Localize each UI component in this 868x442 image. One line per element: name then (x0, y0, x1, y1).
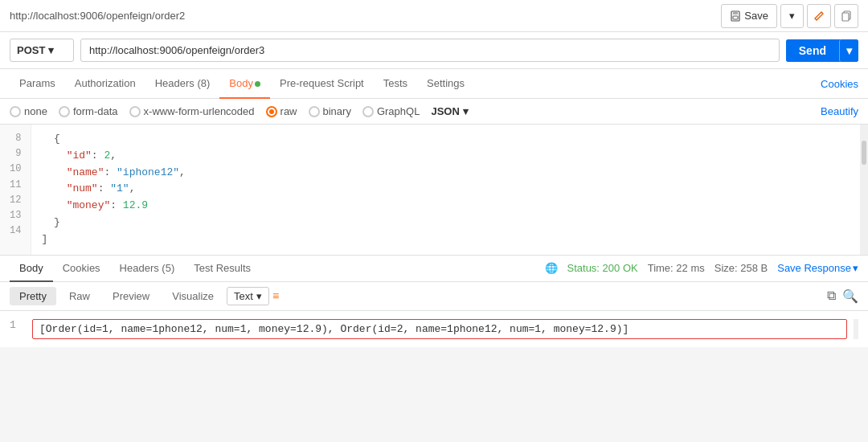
code-line-11: "num": "1", (41, 181, 850, 198)
format-options: Pretty Raw Preview Visualize Text ▾ ≡ (10, 287, 279, 305)
radio-form-data[interactable] (59, 106, 70, 117)
top-bar-actions: Save ▾ (721, 4, 858, 28)
status-time: Time: 22 ms (648, 262, 705, 274)
line-num-13: 13 (6, 208, 24, 223)
text-format-selector[interactable]: Text ▾ (227, 287, 269, 305)
line-num-12: 12 (6, 193, 24, 208)
response-tab-body[interactable]: Body (10, 256, 53, 282)
send-dropdown[interactable]: ▾ (839, 39, 858, 62)
cookies-link[interactable]: Cookies (821, 70, 858, 98)
code-line-8: { (41, 131, 850, 148)
response-tab-test-results[interactable]: Test Results (184, 256, 260, 282)
save-dropdown-button[interactable]: ▾ (780, 4, 804, 28)
radio-none[interactable] (10, 106, 21, 117)
option-raw[interactable]: raw (266, 105, 297, 117)
tab-tests[interactable]: Tests (374, 69, 417, 99)
body-options-bar: none form-data x-www-form-urlencoded raw… (0, 99, 868, 125)
editor-scrollbar[interactable] (860, 125, 868, 255)
url-input[interactable] (80, 39, 780, 62)
copy-icon-button[interactable] (834, 4, 858, 28)
response-tab-headers[interactable]: Headers (5) (110, 256, 185, 282)
response-status-bar: 🌐 Status: 200 OK Time: 22 ms Size: 258 B… (545, 262, 858, 274)
response-format-bar: Pretty Raw Preview Visualize Text ▾ ≡ ⧉ … (0, 282, 868, 311)
globe-icon: 🌐 (545, 262, 558, 274)
response-tabs-list: Body Cookies Headers (5) Test Results (10, 256, 260, 281)
copy-response-icon[interactable]: ⧉ (827, 289, 836, 303)
tab-settings[interactable]: Settings (417, 69, 474, 99)
body-active-dot (255, 81, 260, 87)
tab-headers[interactable]: Headers (8) (145, 69, 220, 99)
response-line-number: 1 (10, 319, 26, 339)
json-format-selector[interactable]: JSON ▾ (431, 105, 468, 117)
code-line-9: "id": 2, (41, 148, 850, 165)
line-num-10: 10 (6, 162, 24, 177)
radio-raw[interactable] (266, 106, 277, 117)
line-num-8: 8 (6, 131, 24, 146)
scrollbar-thumb[interactable] (862, 141, 866, 165)
radio-x-www[interactable] (129, 106, 141, 117)
request-bar: POST ▾ Send ▾ (0, 32, 868, 69)
radio-binary[interactable] (309, 106, 320, 117)
response-body-area: 1 [Order(id=1, name=1phone12, num=1, mon… (0, 311, 868, 347)
svg-rect-4 (842, 13, 849, 21)
svg-rect-1 (733, 11, 738, 14)
code-line-14: ] (41, 231, 850, 248)
top-bar-url: http://localhost:9006/openfeign/order2 (10, 10, 185, 22)
body-type-options: none form-data x-www-form-urlencoded raw… (10, 105, 469, 117)
option-graphql[interactable]: GraphQL (362, 105, 420, 117)
save-response-button[interactable]: Save Response ▾ (777, 262, 858, 274)
response-tabs-bar: Body Cookies Headers (5) Test Results 🌐 … (0, 256, 868, 282)
line-num-11: 11 (6, 178, 24, 193)
top-bar: http://localhost:9006/openfeign/order2 S… (0, 0, 868, 32)
line-num-9: 9 (6, 146, 24, 162)
line-numbers: 8 9 10 11 12 13 14 (0, 125, 31, 255)
code-editor[interactable]: { "id": 2, "name": "iphone12", "num": "1… (31, 125, 860, 255)
format-right-actions: ⧉ 🔍 (827, 289, 858, 304)
tab-authorization[interactable]: Authorization (65, 69, 145, 99)
search-response-icon[interactable]: 🔍 (842, 289, 858, 304)
option-x-www[interactable]: x-www-form-urlencoded (129, 105, 255, 117)
option-none[interactable]: none (10, 105, 47, 117)
format-pretty[interactable]: Pretty (10, 287, 56, 305)
tabs-bar: Params Authorization Headers (8) Body Pr… (0, 69, 868, 99)
tab-body[interactable]: Body (219, 69, 270, 99)
format-visualize[interactable]: Visualize (162, 287, 223, 305)
option-binary[interactable]: binary (309, 105, 351, 117)
filter-icon[interactable]: ≡ (272, 289, 279, 302)
save-button[interactable]: Save (721, 4, 777, 28)
send-button[interactable]: Send (786, 39, 839, 62)
response-tab-cookies[interactable]: Cookies (53, 256, 110, 282)
status-size: Size: 258 B (714, 262, 768, 274)
edit-icon (813, 10, 825, 22)
code-line-12: "money": 12.9 (41, 198, 850, 215)
option-form-data[interactable]: form-data (59, 105, 118, 117)
tab-params[interactable]: Params (10, 69, 65, 99)
edit-icon-button[interactable] (807, 4, 831, 28)
resize-handle[interactable] (854, 319, 858, 339)
copy-icon (841, 10, 852, 22)
svg-rect-2 (733, 16, 738, 19)
tab-prerequest[interactable]: Pre-request Script (270, 69, 374, 99)
radio-graphql[interactable] (362, 106, 374, 117)
editor-area: 8 9 10 11 12 13 14 { "id": 2, "name": "i… (0, 125, 868, 256)
save-icon (730, 10, 741, 22)
method-select[interactable]: POST ▾ (10, 39, 74, 62)
response-content: [Order(id=1, name=1phone12, num=1, money… (32, 319, 847, 339)
tabs-list: Params Authorization Headers (8) Body Pr… (10, 69, 474, 98)
send-btn-container: Send ▾ (786, 39, 858, 62)
code-line-13: } (41, 215, 850, 231)
format-preview[interactable]: Preview (103, 287, 159, 305)
line-num-14: 14 (6, 223, 24, 239)
beautify-button[interactable]: Beautify (821, 105, 858, 117)
status-ok: Status: 200 OK (567, 262, 638, 274)
code-line-10: "name": "iphone12", (41, 165, 850, 182)
format-raw[interactable]: Raw (59, 287, 100, 305)
